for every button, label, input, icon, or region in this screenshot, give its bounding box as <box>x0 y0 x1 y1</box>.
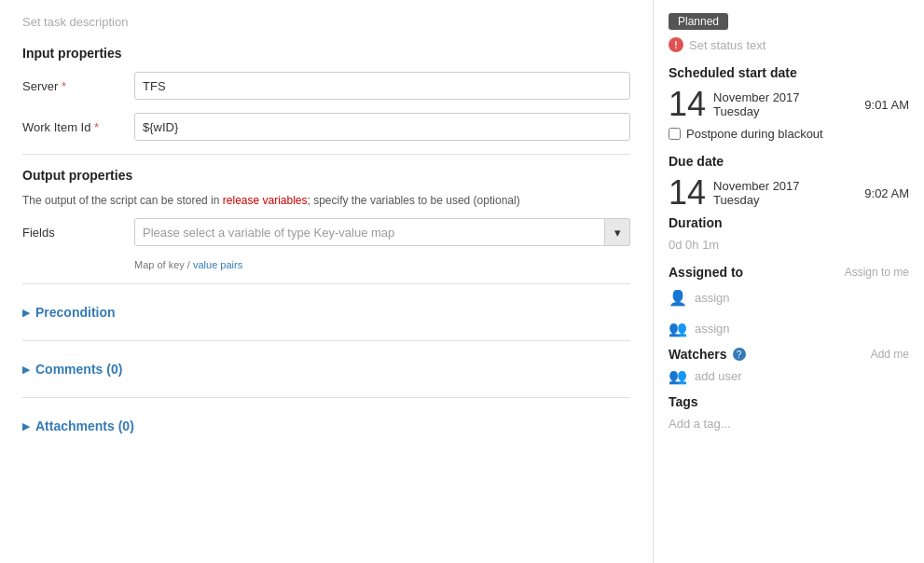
attachments-arrow-icon: ▶ <box>22 420 30 433</box>
add-me-button[interactable]: Add me <box>871 348 909 361</box>
status-badge[interactable]: Planned <box>669 13 728 30</box>
due-day[interactable]: 14 <box>669 176 706 210</box>
due-date-title: Due date <box>669 154 909 169</box>
map-hint: Map of key / value pairs <box>134 259 630 270</box>
postpone-row: Postpone during blackout <box>669 127 909 141</box>
fields-label: Fields <box>22 226 134 240</box>
watchers-help-icon[interactable]: ? <box>733 348 746 361</box>
assign-row-2: 👥 assign <box>669 316 909 341</box>
assign-to-me-button[interactable]: Assign to me <box>845 266 909 279</box>
assigned-to-header: Assigned to Assign to me <box>669 265 909 280</box>
comments-section[interactable]: ▶ Comments (0) <box>22 354 630 384</box>
attachments-section[interactable]: ▶ Attachments (0) <box>22 411 630 441</box>
add-tag-button[interactable]: Add a tag... <box>669 417 731 431</box>
watchers-header: Watchers ? Add me <box>669 347 909 362</box>
precondition-section[interactable]: ▶ Precondition <box>22 297 630 327</box>
add-user-row: 👥 add user <box>669 367 909 385</box>
postpone-checkbox[interactable] <box>669 128 681 140</box>
tags-title: Tags <box>669 394 909 409</box>
status-text-row: ! Set status text <box>669 37 909 52</box>
tags-section: Tags Add a tag... <box>669 394 909 431</box>
work-item-id-label: Work Item Id * <box>22 120 134 134</box>
scheduled-start-title: Scheduled start date <box>669 65 909 80</box>
server-field-group: Server * <box>22 72 630 100</box>
attachments-label: Attachments (0) <box>35 419 134 433</box>
work-item-id-field-group: Work Item Id * <box>22 113 630 141</box>
assigned-to-title: Assigned to <box>669 265 743 280</box>
scheduled-day[interactable]: 14 <box>669 88 706 121</box>
scheduled-weekday: Tuesday <box>713 104 800 118</box>
server-required: * <box>62 79 66 93</box>
fields-group: Fields Please select a variable of type … <box>22 218 630 246</box>
duration-value: 0d 0h 1m <box>669 238 909 252</box>
input-properties-title: Input properties <box>22 46 630 61</box>
output-desc-red: release variables <box>223 194 308 207</box>
side-panel: Planned ! Set status text Scheduled star… <box>654 0 924 563</box>
divider-4 <box>22 397 630 398</box>
main-panel: Set task description Input properties Se… <box>0 0 654 563</box>
output-properties-section: Output properties The output of the scri… <box>22 168 630 270</box>
watchers-left: Watchers ? <box>669 347 746 362</box>
divider-2 <box>22 283 630 284</box>
comments-arrow-icon: ▶ <box>22 364 30 376</box>
scheduled-date-block: 14 November 2017 Tuesday 9:01 AM <box>669 88 909 121</box>
due-date-info: November 2017 Tuesday <box>713 179 800 207</box>
comments-label: Comments (0) <box>35 362 122 377</box>
precondition-label: Precondition <box>35 305 116 320</box>
output-description: The output of the script can be stored i… <box>22 194 630 207</box>
due-time[interactable]: 9:02 AM <box>864 186 909 200</box>
postpone-label: Postpone during blackout <box>686 127 823 141</box>
server-label: Server * <box>22 79 134 93</box>
user-icon-2: 👥 <box>669 320 687 337</box>
server-input[interactable] <box>134 72 630 100</box>
fields-select[interactable]: Please select a variable of type Key-val… <box>134 218 630 246</box>
divider-1 <box>22 154 630 155</box>
assign-text-1[interactable]: assign <box>695 291 730 305</box>
output-properties-title: Output properties <box>22 168 630 183</box>
divider-3 <box>22 340 630 341</box>
status-icon: ! <box>669 37 683 52</box>
add-user-text[interactable]: add user <box>695 369 742 383</box>
scheduled-date-info: November 2017 Tuesday <box>713 90 800 118</box>
scheduled-time[interactable]: 9:01 AM <box>864 98 909 112</box>
value-pairs-link[interactable]: value pairs <box>193 259 242 270</box>
user-icon-1: 👤 <box>669 289 687 307</box>
watchers-title: Watchers <box>669 347 727 362</box>
comments-count: (0) <box>106 362 122 377</box>
due-date-block: 14 November 2017 Tuesday 9:02 AM <box>669 176 909 210</box>
task-description-placeholder[interactable]: Set task description <box>22 15 630 29</box>
attachments-count: (0) <box>118 419 134 433</box>
assign-row-1: 👤 assign <box>669 285 909 310</box>
watcher-icon: 👥 <box>669 367 687 385</box>
precondition-arrow-icon: ▶ <box>22 307 30 319</box>
work-item-required: * <box>94 120 99 134</box>
status-text-label[interactable]: Set status text <box>689 38 765 52</box>
due-weekday: Tuesday <box>713 193 800 207</box>
work-item-id-input[interactable] <box>134 113 630 141</box>
assign-text-2[interactable]: assign <box>695 322 730 336</box>
due-month: November 2017 <box>713 179 800 193</box>
fields-select-wrapper: Please select a variable of type Key-val… <box>134 218 630 246</box>
duration-title: Duration <box>669 215 909 230</box>
scheduled-month: November 2017 <box>713 90 800 104</box>
